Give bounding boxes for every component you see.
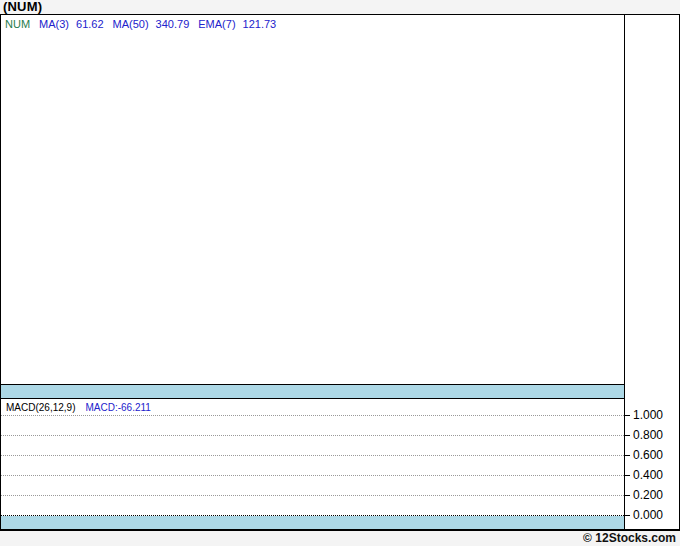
indicator-ema7-value: 121.73 [243,18,277,30]
macd-gridline [1,415,624,416]
macd-gridline [1,455,624,456]
macd-gridline [1,475,624,476]
axis-tick [625,475,630,476]
macd-panel-top-border [1,398,624,399]
axis-tick [625,435,630,436]
indicator-ma50-label: MA(50) [113,18,149,30]
axis-tick-label: 0.400 [633,468,663,483]
chart-frame: NUM MA(3) 61.62 MA(50) 340.79 EMA(7) 121… [0,14,680,531]
macd-legend-label: MACD(26,12,9) [6,402,75,413]
axis-tick-label: 1.000 [633,408,663,423]
indicator-ma3-value: 61.62 [76,18,104,30]
indicator-ema7-label: EMA(7) [198,18,235,30]
separator-bar-upper [1,385,624,398]
macd-gridline [1,435,624,436]
axis-tick-label: 0.000 [633,508,663,523]
indicator-ma50-value: 340.79 [156,18,190,30]
macd-legend: MACD(26,12,9) MACD:-66.211 [6,402,151,413]
macd-zero-gridline [1,515,624,516]
indicator-ema7: EMA(7) 121.73 [198,18,276,30]
axis-tick-label: 0.200 [633,488,663,503]
axis-tick [625,495,630,496]
indicator-ma3-label: MA(3) [39,18,69,30]
main-chart-legend: NUM MA(3) 61.62 MA(50) 340.79 EMA(7) 121… [5,18,276,30]
axis-tick-label: 0.600 [633,448,663,463]
footer: © 12Stocks.com [0,531,680,546]
macd-legend-value: MACD:-66.211 [85,402,150,413]
separator-bar-lower [1,516,624,529]
stock-chart-widget: (NUM) NUM MA(3) 61.62 MA(50) 340.79 EMA(… [0,0,680,546]
symbol-label: NUM [5,18,30,30]
axis-tick [625,415,630,416]
indicator-ma3: MA(3) 61.62 [39,18,103,30]
indicator-ma50: MA(50) 340.79 [113,18,190,30]
axis-divider [624,15,625,529]
axis-tick [625,515,630,516]
page-title: (NUM) [3,0,42,14]
credit-link[interactable]: © 12Stocks.com [583,531,676,545]
axis-tick [625,455,630,456]
axis-tick-label: 0.800 [633,428,663,443]
macd-gridline [1,495,624,496]
